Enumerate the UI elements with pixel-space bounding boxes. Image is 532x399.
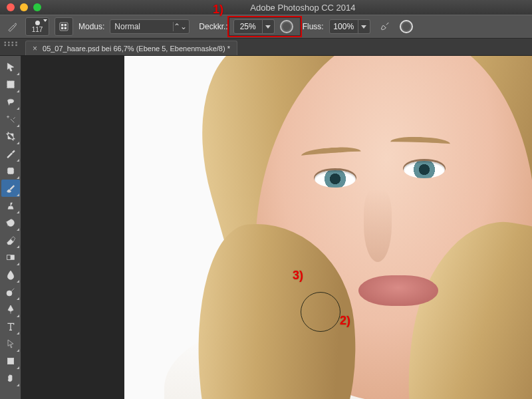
blend-mode-value: Normal: [114, 22, 140, 31]
flow-value[interactable]: 100%: [329, 19, 358, 34]
svg-rect-3: [61, 27, 63, 29]
brush-tool[interactable]: [1, 180, 20, 197]
hand-tool[interactable]: [1, 370, 20, 387]
blur-tool[interactable]: [1, 266, 20, 283]
blend-mode-select[interactable]: Normal ⌃⌄: [110, 19, 190, 34]
healing-brush-tool[interactable]: [1, 162, 20, 180]
marquee-tool[interactable]: [1, 76, 20, 93]
svg-rect-8: [7, 255, 10, 260]
opacity-label: Deckkr.:: [199, 22, 227, 31]
brush-size: 117: [32, 26, 43, 33]
annotation-highlight-1: [227, 16, 302, 37]
eraser-tool[interactable]: [1, 231, 20, 249]
chevron-updown-icon: ⌃⌄: [173, 22, 185, 31]
mode-label: Modus:: [78, 22, 104, 31]
type-tool[interactable]: [1, 318, 20, 335]
eyedropper-tool[interactable]: [1, 145, 20, 162]
gradient-tool[interactable]: [1, 249, 20, 266]
airbrush-toggle[interactable]: [376, 17, 394, 36]
image-content: [358, 275, 438, 306]
zoom-window-button[interactable]: [33, 3, 41, 11]
flow-field[interactable]: 100%: [329, 19, 370, 34]
path-select-tool[interactable]: [1, 335, 20, 352]
history-brush-tool[interactable]: [1, 214, 20, 231]
quick-select-tool[interactable]: [1, 110, 20, 128]
image-content: [404, 161, 445, 178]
canvas-area[interactable]: 3) 2): [21, 56, 532, 399]
window-controls: [7, 3, 41, 11]
flow-label: Fluss:: [303, 22, 324, 31]
image-content: [315, 170, 356, 188]
svg-rect-4: [65, 27, 66, 29]
app-title: Adobe Photoshop CC 2014: [250, 3, 355, 13]
chevron-down-icon: [361, 25, 366, 29]
pen-tool[interactable]: [1, 301, 20, 318]
move-tool[interactable]: [1, 59, 20, 76]
document-canvas[interactable]: 3) 2): [124, 56, 532, 399]
pressure-size-toggle[interactable]: [400, 20, 413, 33]
minimize-window-button[interactable]: [20, 3, 28, 11]
crop-tool[interactable]: [1, 128, 20, 145]
brush-cursor-icon: [301, 292, 340, 332]
mac-titlebar: Adobe Photoshop CC 2014: [0, 0, 532, 15]
document-tabstrip: × 05_07_haare.psd bei 66,7% (Ebene 5, Eb…: [0, 39, 532, 56]
panel-grip-icon[interactable]: ▪▪▪▪▪▪▪▪: [4, 41, 19, 47]
brush-panel-toggle[interactable]: [55, 17, 73, 36]
svg-rect-0: [60, 23, 68, 31]
workspace: 3) 2): [0, 56, 532, 399]
close-tab-icon[interactable]: ×: [33, 44, 37, 53]
flow-dropdown[interactable]: [358, 19, 370, 34]
dodge-tool[interactable]: [1, 283, 20, 301]
svg-rect-1: [61, 24, 63, 26]
document-tab-label: 05_07_haare.psd bei 66,7% (Ebene 5, Eben…: [43, 45, 230, 53]
svg-point-9: [7, 291, 12, 296]
close-window-button[interactable]: [7, 3, 15, 11]
tools-panel: [0, 56, 21, 399]
clone-stamp-tool[interactable]: [1, 197, 20, 214]
lasso-tool[interactable]: [1, 93, 20, 110]
brush-dot-icon: [35, 21, 40, 25]
svg-rect-10: [7, 358, 13, 364]
brush-preset-picker[interactable]: 117: [25, 17, 49, 36]
annotation-label-2: 2): [340, 314, 350, 328]
current-tool-icon[interactable]: [5, 19, 20, 34]
document-tab[interactable]: × 05_07_haare.psd bei 66,7% (Ebene 5, Eb…: [25, 41, 237, 55]
annotation-label-3: 3): [293, 269, 303, 283]
chevron-down-icon: [43, 19, 47, 22]
image-content: [364, 189, 392, 262]
shape-tool[interactable]: [1, 352, 20, 370]
annotation-label-1: 1): [213, 3, 223, 17]
svg-rect-2: [65, 24, 66, 26]
svg-rect-5: [7, 81, 14, 88]
